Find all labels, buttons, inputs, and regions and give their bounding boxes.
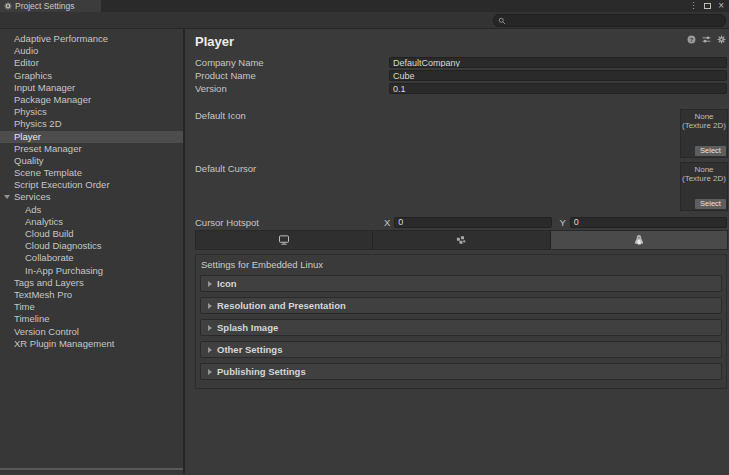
chevron-right-icon xyxy=(208,347,212,353)
gear-icon[interactable] xyxy=(717,35,726,44)
sidebar-item-services[interactable]: Services xyxy=(0,191,183,203)
select-button[interactable]: Select xyxy=(695,146,726,156)
section-label: Other Settings xyxy=(217,344,282,355)
chevron-right-icon xyxy=(208,281,212,287)
version-field[interactable] xyxy=(389,83,727,94)
default-icon-texture-well[interactable]: None (Texture 2D) Select xyxy=(680,109,728,158)
dedicated-server-icon xyxy=(455,234,467,246)
svg-text:?: ? xyxy=(690,36,694,43)
sidebar-item-cloud-diagnostics[interactable]: Cloud Diagnostics xyxy=(0,240,183,252)
hotspot-y-label: Y xyxy=(560,217,566,228)
select-button[interactable]: Select xyxy=(695,199,726,209)
chevron-down-icon[interactable] xyxy=(4,195,10,199)
search-icon xyxy=(498,17,506,25)
settings-group: Settings for Embedded Linux Icon Resolut… xyxy=(195,254,727,389)
chevron-right-icon xyxy=(208,369,212,375)
sidebar-item-xr-plugin-management[interactable]: XR Plugin Management xyxy=(0,338,183,350)
settings-sidebar: Adaptive Performance Audio Editor Graphi… xyxy=(0,29,185,474)
sidebar-item-input-manager[interactable]: Input Manager xyxy=(0,82,183,94)
default-cursor-texture-well[interactable]: None (Texture 2D) Select xyxy=(680,162,728,211)
default-icon-label: Default Icon xyxy=(195,110,246,121)
player-settings-panel: Player ? xyxy=(185,29,729,474)
project-settings-window: Project Settings ⋮ × Adaptive Performanc… xyxy=(0,0,729,475)
company-name-field[interactable] xyxy=(389,57,727,68)
header-icons: ? xyxy=(687,35,726,44)
sidebar-item-label: Services xyxy=(14,191,50,202)
sidebar-item-version-control[interactable]: Version Control xyxy=(0,326,183,338)
section-splash-image[interactable]: Splash Image xyxy=(200,319,722,336)
gear-icon xyxy=(4,2,12,10)
tab-dedicated-server[interactable] xyxy=(373,231,550,249)
company-name-label: Company Name xyxy=(195,57,264,68)
sidebar-item-preset-manager[interactable]: Preset Manager xyxy=(0,143,183,155)
sidebar-item-player[interactable]: Player xyxy=(0,131,183,143)
sidebar-item-timeline[interactable]: Timeline xyxy=(0,313,183,325)
section-other-settings[interactable]: Other Settings xyxy=(200,341,722,358)
chevron-right-icon xyxy=(208,325,212,331)
preset-icon[interactable] xyxy=(702,35,711,44)
section-icon[interactable]: Icon xyxy=(200,275,722,292)
title-bar: Project Settings ⋮ × xyxy=(0,0,729,12)
window-controls: ⋮ × xyxy=(689,0,729,12)
sidebar-item-analytics[interactable]: Analytics xyxy=(0,216,183,228)
maximize-icon[interactable] xyxy=(704,3,711,9)
sidebar-item-audio[interactable]: Audio xyxy=(0,45,183,57)
settings-for-platform-label: Settings for Embedded Linux xyxy=(196,255,726,270)
section-publishing-settings[interactable]: Publishing Settings xyxy=(200,363,722,380)
texture-none-text: None (Texture 2D) xyxy=(681,165,727,183)
search-input[interactable] xyxy=(509,15,725,26)
cursor-hotspot-row: Cursor Hotspot X Y xyxy=(195,216,727,228)
sidebar-item-ads[interactable]: Ads xyxy=(0,204,183,216)
section-label: Splash Image xyxy=(217,322,278,333)
sidebar-item-quality[interactable]: Quality xyxy=(0,155,183,167)
section-label: Icon xyxy=(217,278,237,289)
sidebar-item-physics[interactable]: Physics xyxy=(0,106,183,118)
sidebar-item-in-app-purchasing[interactable]: In-App Purchasing xyxy=(0,265,183,277)
sidebar-item-script-execution-order[interactable]: Script Execution Order xyxy=(0,179,183,191)
version-label: Version xyxy=(195,83,227,94)
window-menu-icon[interactable]: ⋮ xyxy=(689,2,697,10)
page-title: Player xyxy=(195,34,234,49)
search-field[interactable] xyxy=(493,14,726,27)
sidebar-item-scene-template[interactable]: Scene Template xyxy=(0,167,183,179)
tab-embedded-linux[interactable] xyxy=(551,231,727,249)
sidebar-item-adaptive-performance[interactable]: Adaptive Performance xyxy=(0,33,183,45)
sidebar-resize-handle[interactable] xyxy=(0,468,183,470)
platform-tabs xyxy=(195,230,728,250)
sidebar-item-collaborate[interactable]: Collaborate xyxy=(0,252,183,264)
sidebar-item-editor[interactable]: Editor xyxy=(0,57,183,69)
sidebar-item-cloud-build[interactable]: Cloud Build xyxy=(0,228,183,240)
sidebar-item-graphics[interactable]: Graphics xyxy=(0,70,183,82)
sidebar-item-textmesh-pro[interactable]: TextMesh Pro xyxy=(0,289,183,301)
desktop-icon xyxy=(278,234,290,246)
sidebar-item-time[interactable]: Time xyxy=(0,301,183,313)
section-resolution-and-presentation[interactable]: Resolution and Presentation xyxy=(200,297,722,314)
embedded-linux-penguin-icon xyxy=(633,234,645,246)
sidebar-item-physics-2d[interactable]: Physics 2D xyxy=(0,118,183,130)
sidebar-item-tags-and-layers[interactable]: Tags and Layers xyxy=(0,277,183,289)
chevron-right-icon xyxy=(208,303,212,309)
hotspot-y-field[interactable] xyxy=(570,217,727,228)
window-title: Project Settings xyxy=(15,1,75,11)
help-icon[interactable]: ? xyxy=(687,35,696,44)
product-name-label: Product Name xyxy=(195,70,256,81)
sidebar-item-package-manager[interactable]: Package Manager xyxy=(0,94,183,106)
default-cursor-label: Default Cursor xyxy=(195,163,256,174)
cursor-hotspot-label: Cursor Hotspot xyxy=(195,217,384,228)
hotspot-x-label: X xyxy=(384,217,390,228)
texture-none-text: None (Texture 2D) xyxy=(681,112,727,130)
tab-desktop[interactable] xyxy=(196,231,373,249)
hotspot-x-field[interactable] xyxy=(394,217,551,228)
close-icon[interactable]: × xyxy=(718,1,724,11)
section-label: Resolution and Presentation xyxy=(217,300,346,311)
toolbar xyxy=(0,12,729,29)
section-label: Publishing Settings xyxy=(217,366,306,377)
product-name-field[interactable] xyxy=(389,70,727,81)
window-tab[interactable]: Project Settings xyxy=(0,0,101,12)
